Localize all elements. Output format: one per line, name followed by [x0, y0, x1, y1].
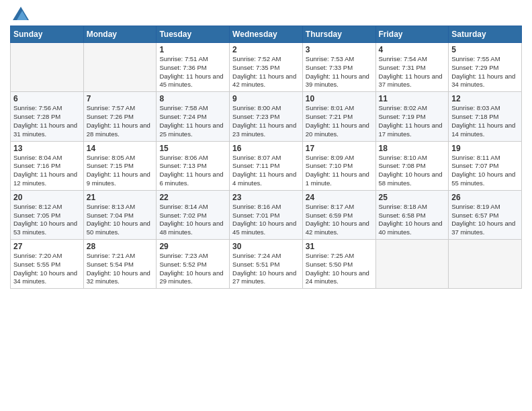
weekday-header: Friday — [375, 26, 449, 43]
calendar-week-row: 1Sunrise: 7:51 AM Sunset: 7:36 PM Daylig… — [11, 43, 522, 92]
day-info: Sunrise: 8:17 AM Sunset: 6:59 PM Dayligh… — [306, 203, 373, 237]
day-number: 20 — [13, 193, 81, 202]
day-info: Sunrise: 8:04 AM Sunset: 7:16 PM Dayligh… — [13, 154, 81, 188]
day-info: Sunrise: 7:58 AM Sunset: 7:24 PM Dayligh… — [159, 104, 226, 138]
day-number: 21 — [87, 193, 154, 202]
day-info: Sunrise: 8:02 AM Sunset: 7:19 PM Dayligh… — [379, 104, 446, 138]
calendar-cell — [83, 43, 157, 92]
day-info: Sunrise: 8:14 AM Sunset: 7:02 PM Dayligh… — [159, 203, 226, 237]
calendar-cell: 14Sunrise: 8:05 AM Sunset: 7:15 PM Dayli… — [83, 141, 157, 190]
day-info: Sunrise: 8:12 AM Sunset: 7:05 PM Dayligh… — [13, 203, 81, 237]
calendar-cell: 21Sunrise: 8:13 AM Sunset: 7:04 PM Dayli… — [83, 190, 157, 239]
day-info: Sunrise: 8:18 AM Sunset: 6:58 PM Dayligh… — [379, 203, 446, 237]
calendar-cell: 15Sunrise: 8:06 AM Sunset: 7:13 PM Dayli… — [157, 141, 230, 190]
calendar-week-row: 13Sunrise: 8:04 AM Sunset: 7:16 PM Dayli… — [11, 141, 522, 190]
calendar-cell: 6Sunrise: 7:56 AM Sunset: 7:28 PM Daylig… — [11, 92, 84, 141]
day-number: 15 — [159, 144, 226, 153]
header — [10, 7, 522, 20]
day-number: 1 — [159, 45, 226, 54]
calendar-cell: 29Sunrise: 7:23 AM Sunset: 5:52 PM Dayli… — [157, 240, 230, 289]
calendar-cell: 20Sunrise: 8:12 AM Sunset: 7:05 PM Dayli… — [11, 190, 84, 239]
day-info: Sunrise: 7:23 AM Sunset: 5:52 PM Dayligh… — [159, 252, 226, 286]
day-number: 8 — [159, 94, 226, 103]
day-info: Sunrise: 8:01 AM Sunset: 7:21 PM Dayligh… — [306, 104, 373, 138]
day-info: Sunrise: 8:06 AM Sunset: 7:13 PM Dayligh… — [159, 154, 226, 188]
day-info: Sunrise: 8:09 AM Sunset: 7:10 PM Dayligh… — [306, 154, 373, 188]
calendar-cell: 30Sunrise: 7:24 AM Sunset: 5:51 PM Dayli… — [230, 240, 303, 289]
day-number: 24 — [306, 193, 373, 202]
day-number: 27 — [13, 242, 81, 251]
calendar-cell: 22Sunrise: 8:14 AM Sunset: 7:02 PM Dayli… — [157, 190, 230, 239]
calendar-cell — [449, 240, 522, 289]
calendar-week-row: 6Sunrise: 7:56 AM Sunset: 7:28 PM Daylig… — [11, 92, 522, 141]
calendar-cell: 3Sunrise: 7:53 AM Sunset: 7:33 PM Daylig… — [302, 43, 375, 92]
day-info: Sunrise: 7:51 AM Sunset: 7:36 PM Dayligh… — [159, 55, 226, 89]
weekday-header: Thursday — [302, 26, 375, 43]
day-info: Sunrise: 8:10 AM Sunset: 7:08 PM Dayligh… — [379, 154, 446, 188]
logo-area — [10, 7, 30, 20]
calendar-cell: 11Sunrise: 8:02 AM Sunset: 7:19 PM Dayli… — [375, 92, 449, 141]
calendar-cell: 24Sunrise: 8:17 AM Sunset: 6:59 PM Dayli… — [302, 190, 375, 239]
calendar-cell: 5Sunrise: 7:55 AM Sunset: 7:29 PM Daylig… — [449, 43, 522, 92]
day-number: 11 — [379, 94, 446, 103]
logo-icon — [13, 7, 29, 20]
day-number: 25 — [379, 193, 446, 202]
day-number: 5 — [451, 45, 519, 54]
weekday-header: Sunday — [11, 26, 84, 43]
calendar-cell: 13Sunrise: 8:04 AM Sunset: 7:16 PM Dayli… — [11, 141, 84, 190]
day-info: Sunrise: 8:11 AM Sunset: 7:07 PM Dayligh… — [451, 154, 519, 188]
calendar-cell: 4Sunrise: 7:54 AM Sunset: 7:31 PM Daylig… — [375, 43, 449, 92]
weekday-header: Monday — [83, 26, 157, 43]
day-number: 23 — [232, 193, 300, 202]
day-info: Sunrise: 7:57 AM Sunset: 7:26 PM Dayligh… — [87, 104, 154, 138]
calendar-cell: 9Sunrise: 8:00 AM Sunset: 7:23 PM Daylig… — [230, 92, 303, 141]
day-number: 31 — [306, 242, 373, 251]
day-number: 26 — [451, 193, 519, 202]
calendar-cell: 17Sunrise: 8:09 AM Sunset: 7:10 PM Dayli… — [302, 141, 375, 190]
logo — [10, 7, 30, 20]
day-number: 6 — [13, 94, 81, 103]
day-number: 22 — [159, 193, 226, 202]
calendar-cell — [11, 43, 84, 92]
calendar-cell: 2Sunrise: 7:52 AM Sunset: 7:35 PM Daylig… — [230, 43, 303, 92]
calendar-week-row: 20Sunrise: 8:12 AM Sunset: 7:05 PM Dayli… — [11, 190, 522, 239]
calendar-cell: 10Sunrise: 8:01 AM Sunset: 7:21 PM Dayli… — [302, 92, 375, 141]
weekday-header: Tuesday — [157, 26, 230, 43]
day-number: 16 — [232, 144, 300, 153]
day-info: Sunrise: 8:19 AM Sunset: 6:57 PM Dayligh… — [451, 203, 519, 237]
calendar-cell: 8Sunrise: 7:58 AM Sunset: 7:24 PM Daylig… — [157, 92, 230, 141]
calendar-cell: 19Sunrise: 8:11 AM Sunset: 7:07 PM Dayli… — [449, 141, 522, 190]
weekday-header-row: SundayMondayTuesdayWednesdayThursdayFrid… — [11, 26, 522, 43]
day-number: 3 — [306, 45, 373, 54]
day-info: Sunrise: 7:24 AM Sunset: 5:51 PM Dayligh… — [232, 252, 300, 286]
day-number: 10 — [306, 94, 373, 103]
day-number: 17 — [306, 144, 373, 153]
day-info: Sunrise: 8:00 AM Sunset: 7:23 PM Dayligh… — [232, 104, 300, 138]
calendar-cell: 16Sunrise: 8:07 AM Sunset: 7:11 PM Dayli… — [230, 141, 303, 190]
calendar-cell — [375, 240, 449, 289]
calendar-cell: 18Sunrise: 8:10 AM Sunset: 7:08 PM Dayli… — [375, 141, 449, 190]
day-info: Sunrise: 7:25 AM Sunset: 5:50 PM Dayligh… — [306, 252, 373, 286]
day-info: Sunrise: 8:13 AM Sunset: 7:04 PM Dayligh… — [87, 203, 154, 237]
day-info: Sunrise: 7:54 AM Sunset: 7:31 PM Dayligh… — [379, 55, 446, 89]
day-info: Sunrise: 8:16 AM Sunset: 7:01 PM Dayligh… — [232, 203, 300, 237]
day-info: Sunrise: 8:03 AM Sunset: 7:18 PM Dayligh… — [451, 104, 519, 138]
day-number: 29 — [159, 242, 226, 251]
day-info: Sunrise: 8:07 AM Sunset: 7:11 PM Dayligh… — [232, 154, 300, 188]
calendar-cell: 1Sunrise: 7:51 AM Sunset: 7:36 PM Daylig… — [157, 43, 230, 92]
calendar-cell: 12Sunrise: 8:03 AM Sunset: 7:18 PM Dayli… — [449, 92, 522, 141]
day-number: 14 — [87, 144, 154, 153]
weekday-header: Saturday — [449, 26, 522, 43]
calendar-cell: 23Sunrise: 8:16 AM Sunset: 7:01 PM Dayli… — [230, 190, 303, 239]
day-info: Sunrise: 7:56 AM Sunset: 7:28 PM Dayligh… — [13, 104, 81, 138]
day-info: Sunrise: 7:20 AM Sunset: 5:55 PM Dayligh… — [13, 252, 81, 286]
day-number: 4 — [379, 45, 446, 54]
day-info: Sunrise: 7:21 AM Sunset: 5:54 PM Dayligh… — [87, 252, 154, 286]
day-number: 13 — [13, 144, 81, 153]
day-info: Sunrise: 7:55 AM Sunset: 7:29 PM Dayligh… — [451, 55, 519, 89]
day-number: 12 — [451, 94, 519, 103]
day-number: 2 — [232, 45, 300, 54]
day-number: 19 — [451, 144, 519, 153]
day-number: 7 — [87, 94, 154, 103]
calendar: SundayMondayTuesdayWednesdayThursdayFrid… — [10, 26, 522, 289]
